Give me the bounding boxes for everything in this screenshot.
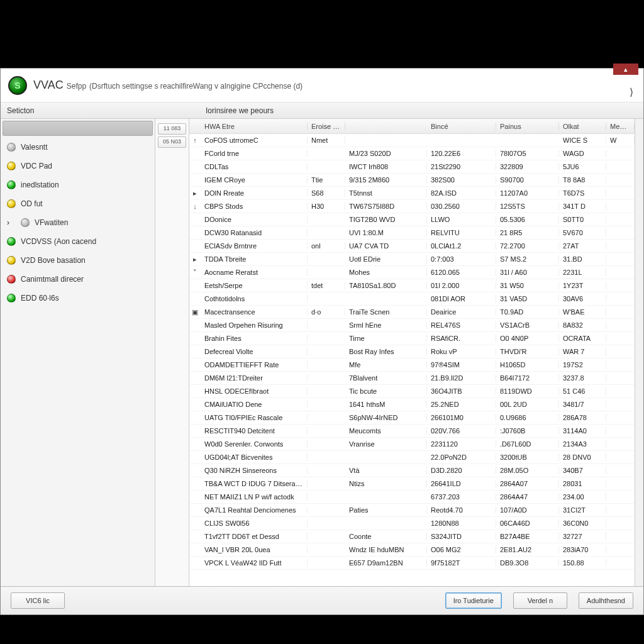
cell: 8A832: [559, 321, 606, 329]
table-row[interactable]: ▸TDDA TbreiteUotl EDrie0:7:003S7 MS.231.…: [189, 253, 635, 266]
cell: Q30 NiRZH Sinsereons: [201, 467, 308, 474]
table-row[interactable]: ▣Macectransenced·oTraiTe ScnenDeairiceT0…: [189, 306, 635, 319]
table-row[interactable]: ODAMDETTIEFFT RateMfe97®4SIMH1065D197S2: [189, 358, 635, 372]
table-row[interactable]: DCW30 RatanasidUVI 1:80.MRELVITU21 8R55V…: [189, 226, 635, 240]
status-bullet: [7, 199, 16, 208]
footer-button-3[interactable]: Verdel n: [513, 592, 567, 609]
sidebar-item-0[interactable]: Valesntt: [1, 138, 155, 157]
cell: LLWO: [427, 216, 496, 223]
close-button[interactable]: ▴: [613, 64, 638, 75]
sidebar-item-5[interactable]: VCDVSS (Aon cacend: [1, 232, 155, 251]
cell: Defecreal Violte: [201, 348, 308, 355]
sidebar-item-7[interactable]: Canimtmall direcer: [1, 270, 155, 289]
table-row[interactable]: Eetsh/SerpetdetTA810Sa1.80D01l 2.00031 W…: [189, 279, 635, 292]
cell: 2E81.AU2: [496, 546, 559, 553]
table-row[interactable]: CMAilUATIO Dene1641 hthsM25.2NED00L 2UD3…: [189, 398, 635, 411]
cell: TA810Sa1.80D: [345, 282, 427, 289]
cell: 2134A3: [559, 440, 606, 448]
table-row[interactable]: Brahin FitesTirneRSAfiCR.O0 4N0POCRATA: [189, 332, 635, 345]
col-header-6[interactable]: Olkat: [559, 123, 606, 130]
sidebar-item-2[interactable]: inedlstation: [1, 175, 155, 194]
table-row[interactable]: Masled Orpehen RisuringSrml hEneREL476SV…: [189, 319, 635, 332]
cell: 6737.203: [427, 493, 496, 501]
tree-icon: ›: [7, 218, 16, 227]
table-row[interactable]: VPCK L VéaW42 lID FuttE657 D9am12BN9f751…: [189, 557, 635, 570]
sidebar-item-8[interactable]: EDD 60·l6s: [1, 289, 155, 308]
col-header-2[interactable]: Eroise Tnne: [308, 123, 345, 130]
app-icon: S: [8, 76, 27, 95]
table-row[interactable]: IGEM CRoyeTtie9/315 2M860382S00S90700T8 …: [189, 174, 635, 187]
cell: 5JU6: [559, 163, 606, 170]
table-row[interactable]: T1vf2TT DD6T et DessdCoonteS324JITDB27A4…: [189, 530, 635, 543]
table-row[interactable]: ˅Aocname ReratstMohes6120.06531l / A6022…: [189, 266, 635, 279]
cell: 197S2: [559, 361, 606, 369]
cell: 25.2NED: [427, 401, 496, 408]
cell: Meucomts: [345, 427, 427, 435]
sidebar-item-3[interactable]: OD fut: [1, 194, 155, 213]
status-bullet: [7, 275, 16, 284]
table-row[interactable]: UGD04l;AT Bicvenites22.0PoN2D3200tUB28 D…: [189, 451, 635, 464]
cell: Cothtotidolns: [201, 295, 308, 303]
cell: HNSL ODECEfIbraot: [201, 387, 308, 395]
cell: 00L 2UD: [496, 401, 559, 408]
sidebar-item-1[interactable]: VDC Pad: [1, 157, 155, 175]
sidebar-item-label: VCDVSS (Aon cacend: [21, 237, 96, 246]
sidebar-selection[interactable]: [3, 121, 153, 136]
table-row[interactable]: ↓CBPS StodsH30TW67S75I88D030.256012S5TS3…: [189, 200, 635, 213]
table-row[interactable]: HNSL ODECEfIbraotTic bcute36O4JITB8119DW…: [189, 385, 635, 398]
sidebar-item-4[interactable]: ›VFwatiten: [1, 213, 155, 232]
cell: EClASdv Brntnre: [201, 242, 308, 250]
table-row[interactable]: QA7L1 Reahtal DenciomenesPatiesReotd4.70…: [189, 504, 635, 517]
midstrip-tag-1[interactable]: 05 N03: [158, 136, 186, 148]
midstrip-tag-0[interactable]: 11 083: [158, 123, 186, 135]
table-row[interactable]: RESCTIT940 DetcitentMeucomts020V.766:J07…: [189, 425, 635, 438]
cell: 2864A47: [496, 493, 559, 501]
row-icon: ↓: [189, 203, 201, 210]
col-header-1[interactable]: HWA Etre: [201, 123, 308, 130]
cell: Tirne: [345, 335, 427, 342]
table-row[interactable]: CLIJS SW0l561280N8806CA46D36C0N0: [189, 517, 635, 530]
col-header-4[interactable]: Bincé: [427, 123, 496, 130]
scrollbar[interactable]: [635, 119, 643, 586]
table-row[interactable]: Defecreal ViolteBost Ray InfesRoku vPTHV…: [189, 345, 635, 358]
table-row[interactable]: W0d0 Serenler. CorwontsVranrise2231120.D…: [189, 438, 635, 451]
table-row[interactable]: NET MAIIZ1 LN P wi/f actodk6737.2032864A…: [189, 491, 635, 504]
cell: 3481/7: [559, 401, 606, 408]
table-row[interactable]: DOoniceTIGT2B0 WVDLLWO05.5306S0TT0: [189, 213, 635, 226]
cell: Macectransence: [201, 308, 308, 316]
table-row[interactable]: VAN_l VBR 20L 0ueaWndz IE hduMBNO06 MG22…: [189, 543, 635, 557]
cell: 107/A0D: [496, 506, 559, 514]
table-row[interactable]: ↑CoFOS utrromeCNmetWICE SW: [189, 134, 635, 147]
table-row[interactable]: UATG TI0/FPIEc RascaleS6pNW-4IrNED266101…: [189, 411, 635, 425]
table-row[interactable]: CDLTasIWCT Irh80821St22903228095JU6: [189, 160, 635, 174]
cell: IWCT Irh808: [345, 163, 427, 170]
cell: 21St2290: [427, 163, 496, 170]
status-bullet: [7, 294, 16, 303]
footer-button-1[interactable]: VIC6 lic: [11, 592, 65, 609]
cell: RELVITU: [427, 229, 496, 236]
col-header-5[interactable]: Painus: [496, 123, 559, 130]
footer-button-2[interactable]: Iro Tudieturie: [445, 592, 502, 609]
cell: Brahin Fites: [201, 335, 308, 342]
sidebar-item-label: inedlstation: [21, 180, 59, 189]
cell: 72.2700: [496, 242, 559, 250]
table-row[interactable]: DM6M l21:TDreiter7Blalvent21.B9.Il2DB64I…: [189, 372, 635, 385]
cell: W: [606, 136, 635, 144]
subheader-right: Iorinsiree we peours: [155, 106, 274, 115]
cell: DB9.3O8: [496, 559, 559, 567]
cell: Vranrise: [345, 440, 427, 448]
table-row[interactable]: Cothtotidolns081Dl AOR31 VA5D30AV6: [189, 292, 635, 306]
table-row[interactable]: ▸DOlN RreateS68T5tnnst82A.ISD11207A0T6D7…: [189, 187, 635, 200]
table-row[interactable]: FCorld trneMJ/23 S020D120.22E678l07O5WAG…: [189, 147, 635, 160]
col-header-7[interactable]: Meunjarns: [606, 123, 635, 130]
table-row[interactable]: EClASdv BrntnreonlUA7 CVA TD0LClAt1.272.…: [189, 240, 635, 253]
cell: T8 8A8: [559, 176, 606, 184]
cell: S90700: [496, 176, 559, 184]
app-window: ▴ ⟩ S VVAC Sefpp (Dsrftuch settingse s r…: [0, 68, 644, 615]
sidebar-item-6[interactable]: V2D Bove basation: [1, 251, 155, 270]
table-row[interactable]: TB&A WCT D IDUG 7 DitseratenNtizs26641IL…: [189, 477, 635, 491]
chevron-right-icon[interactable]: ⟩: [630, 86, 633, 98]
cell: REL476S: [427, 321, 496, 329]
table-row[interactable]: Q30 NiRZH SinsereonsVtàD3D.282028M.05O34…: [189, 464, 635, 477]
footer-button-4[interactable]: Adulhthesnd: [579, 592, 633, 609]
